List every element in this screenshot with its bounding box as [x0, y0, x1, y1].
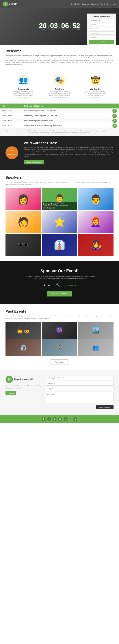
countdown-minutes-value: 06: [61, 22, 69, 29]
sponsor-become-button[interactable]: Become a Sponsor: [47, 291, 72, 296]
schedule-time-2: 12pm - 02 pm: [0, 114, 22, 118]
community-desc: The biggest marketplace for online money…: [12, 91, 34, 100]
footer-youtube-icon[interactable]: ▶: [64, 417, 68, 421]
countdown-days: 20 DAYS: [39, 22, 46, 30]
view-more-button[interactable]: View More: [50, 360, 68, 365]
speaker-card-5[interactable]: ⭐: [42, 211, 77, 233]
signup-name-input[interactable]: [88, 23, 114, 26]
warstories-title: War Stories: [84, 88, 106, 90]
speaker-featured-card[interactable]: 👨‍💼 Shahriyer Shuvo Ideas about selling …: [42, 188, 77, 210]
schedule-expand-4[interactable]: +: [112, 124, 117, 128]
signup-form: Sign up for our event Let me in! Have a …: [87, 14, 116, 45]
speaker-twitter-icon[interactable]: t: [46, 207, 49, 209]
schedule-expand-3[interactable]: +: [112, 118, 117, 123]
elite-section: ENVATO ELITE We reward the Elites! Are y…: [0, 136, 119, 170]
elite-text: Are you on the pinnacle of the Envato ma…: [24, 146, 114, 158]
speaker-card-8[interactable]: 👔: [42, 234, 77, 256]
past-event-img-6: 👥: [78, 339, 114, 356]
speaker-card-6[interactable]: 👩‍🦰: [78, 211, 114, 233]
feature-community: 👥 Community The biggest marketplace for …: [12, 74, 34, 100]
elite-logo-text: ENVATO ELITE: [7, 154, 16, 155]
schedule-section: Time Stuff that will happen 11am - 12pm …: [0, 104, 119, 136]
footer-twitter-icon[interactable]: t: [47, 417, 51, 421]
feature-talkshop: 🎭 Talk Shop Come to mingle, to learn, to…: [48, 74, 70, 100]
speaker-avatar-4: 🧑: [18, 217, 29, 227]
signup-message-input[interactable]: [88, 36, 114, 39]
footer-googleplus-icon[interactable]: g: [52, 417, 56, 421]
elite-line-2: [10, 152, 14, 152]
schedule-row-1: 11am - 12pm Introduction and presentatio…: [0, 108, 119, 114]
speaker-linkedin-icon[interactable]: in: [53, 207, 55, 209]
countdown-seconds: 52 SECONDS: [72, 22, 80, 30]
footer-map-button[interactable]: View Map: [6, 392, 16, 395]
footer-send-button[interactable]: Send Message: [96, 405, 114, 409]
footer-email-input[interactable]: [46, 376, 114, 380]
welcome-title: Welcome!: [6, 49, 114, 53]
countdown-hours: 03 HOURS: [50, 22, 58, 30]
footer-logo-area: 🛡️ Lorem Ipsum Ace Ltd.: [6, 376, 42, 383]
footer-contact-form: Send Message: [46, 376, 114, 409]
signup-submit-button[interactable]: Let me in!: [88, 40, 114, 44]
scroll-top-button[interactable]: ▲: [74, 417, 78, 421]
talkshop-emoji: 🎭: [55, 76, 64, 84]
navbar: e envato Event Details Speakers Sponsors…: [0, 0, 119, 8]
countdown-minutes: 06 MINUTES: [61, 22, 69, 30]
footer-facebook-icon[interactable]: f: [42, 417, 46, 421]
nav-past-events[interactable]: Past Events: [100, 3, 108, 5]
footer-bar: f t g in ▶ ▲: [0, 415, 119, 423]
signup-company-input[interactable]: [88, 19, 114, 22]
speaker-card-4[interactable]: 🧑: [6, 211, 41, 233]
past-event-img-4: 🏛️: [6, 339, 41, 356]
countdown-days-value: 20: [39, 22, 46, 29]
past-events-section: Past Events These are photos of the prev…: [0, 304, 119, 370]
speakers-desc: Some of the loudest speakers will be at …: [6, 181, 114, 186]
past-events-grid: 👨👦 🌆 🏙️ 🏛️ 🚶 👥: [6, 322, 114, 356]
speaker-avatar-6: 👩‍🦰: [90, 217, 102, 227]
speaker-card-7[interactable]: 🕶️: [6, 234, 41, 256]
featured-speaker-name: Shahriyer Shuvo: [43, 203, 76, 205]
speaker-bg-4: 🧑: [6, 211, 41, 233]
speaker-avatar-7: 🕶️: [18, 240, 29, 250]
footer-company-info: 🛡️ Lorem Ipsum Ace Ltd. Lorem Ullamcorp …: [6, 376, 42, 409]
signup-note: Have a limited amount of seats, so be qu…: [88, 44, 114, 45]
community-emoji: 👥: [19, 76, 28, 84]
welcome-content: Welcome! The biggest marketplace for onl…: [6, 49, 114, 66]
featured-speaker-role: Ideas about selling in the online market…: [43, 205, 76, 206]
sponsor-logo-tool: 🔧: [56, 283, 60, 287]
separator-2: :: [58, 22, 60, 29]
speaker-card-9[interactable]: 👩‍🎤: [78, 234, 114, 256]
speaker-avatar-5: ⭐: [54, 217, 65, 227]
features-section: 👥 Community The biggest marketplace for …: [0, 70, 119, 104]
countdown-seconds-value: 52: [72, 22, 80, 29]
speaker-facebook-icon[interactable]: f: [43, 207, 46, 209]
schedule-expand-2[interactable]: +: [112, 114, 117, 118]
footer-linkedin-icon[interactable]: in: [58, 417, 62, 421]
schedule-time-1: 11am - 12pm: [0, 108, 22, 113]
separator-1: :: [48, 22, 50, 29]
nav-event-details[interactable]: Event Details: [71, 3, 80, 5]
feature-warstories: 🤠 War Stories There will be free pizza, …: [84, 74, 106, 100]
footer-name-input[interactable]: [46, 381, 114, 386]
warstories-desc: There will be free pizza, great talks, a…: [84, 91, 106, 98]
nav-speakers[interactable]: Speakers: [82, 3, 89, 5]
speaker-google-icon[interactable]: g: [50, 207, 52, 209]
nav-sponsors[interactable]: Sponsors: [91, 3, 98, 5]
speaker-card-3[interactable]: 👨: [78, 188, 114, 210]
signup-phone-input[interactable]: [88, 32, 114, 34]
nav-contact[interactable]: Contact: [110, 3, 116, 5]
separator-3: :: [70, 22, 72, 29]
talkshop-icon: 🎭: [53, 74, 66, 86]
speaker-bg-5: ⭐: [42, 211, 77, 233]
elite-btn[interactable]: Going to the Group: [24, 160, 44, 164]
schedule-row-2: 12pm - 02 pm Sessions by honorable guest…: [0, 114, 119, 118]
footer-subject-input[interactable]: [46, 387, 114, 391]
footer-message-input[interactable]: [46, 392, 114, 403]
elite-menu-icon: [10, 150, 14, 153]
warstories-icon: 🤠: [89, 74, 102, 86]
speaker-bg-8: 👔: [42, 234, 77, 256]
speaker-card-1[interactable]: 👩: [6, 188, 41, 210]
elite-title: We reward the Elites!: [24, 141, 114, 145]
signup-email-input[interactable]: [88, 27, 114, 30]
schedule-expand-1[interactable]: +: [112, 109, 117, 113]
countdown-minutes-label: MINUTES: [61, 29, 69, 30]
